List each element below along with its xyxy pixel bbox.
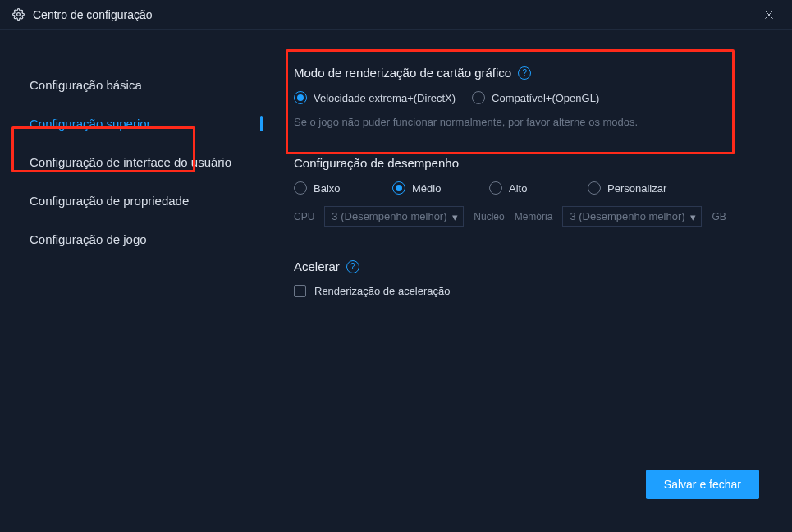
radio-circle-icon <box>294 181 307 195</box>
content-area: Modo de renderização de cartão gráfico ?… <box>263 30 792 532</box>
help-icon[interactable]: ? <box>518 66 531 80</box>
dropdown-value: 3 (Desempenho melhor) <box>332 210 446 222</box>
radio-label: Velocidade extrema+(DirectX) <box>314 92 456 104</box>
close-button[interactable] <box>758 3 781 26</box>
memory-dropdown[interactable]: 3 (Desempenho melhor) ▾ <box>562 206 702 227</box>
window-title: Centro de configuração <box>33 8 153 21</box>
radio-circle-icon <box>489 181 502 195</box>
performance-title: Configuração de desempenho <box>294 156 459 170</box>
radio-label: Personalizar <box>607 182 666 195</box>
radio-circle-icon <box>392 181 405 195</box>
svg-point-0 <box>16 13 20 16</box>
titlebar: Centro de configuração <box>0 0 792 30</box>
checkbox-icon <box>294 285 306 297</box>
radio-low[interactable]: Baixo <box>294 181 392 195</box>
sidebar-item-property[interactable]: Configuração de propriedade <box>0 181 263 220</box>
dropdown-value: 3 (Desempenho melhor) <box>570 210 684 222</box>
sidebar-item-superior[interactable]: Configuração superior <box>0 104 263 143</box>
radio-high[interactable]: Alto <box>489 181 588 195</box>
sidebar-item-interface[interactable]: Configuração de interface do usuário <box>0 143 263 181</box>
sidebar-item-basic[interactable]: Configuração básica <box>0 66 263 104</box>
accelerate-checkbox[interactable]: Renderização de aceleração <box>294 285 759 297</box>
performance-title-row: Configuração de desempenho <box>294 156 759 170</box>
radio-opengl[interactable]: Compatível+(OpenGL) <box>472 91 599 104</box>
save-and-close-button[interactable]: Salvar e fechar <box>646 470 759 499</box>
sidebar-item-game[interactable]: Configuração de jogo <box>0 220 263 259</box>
radio-label: Alto <box>509 182 527 195</box>
render-mode-title: Modo de renderização de cartão gráfico <box>294 66 511 80</box>
performance-options: Baixo Médio Alto Personalizar <box>294 181 759 195</box>
core-label: Núcleo <box>474 211 504 222</box>
radio-custom[interactable]: Personalizar <box>588 181 686 195</box>
radio-circle-icon <box>588 181 601 195</box>
render-mode-options: Velocidade extrema+(DirectX) Compatível+… <box>294 91 759 104</box>
section-accelerate: Acelerar ? Renderização de aceleração <box>294 259 759 297</box>
radio-directx[interactable]: Velocidade extrema+(DirectX) <box>294 91 456 104</box>
section-render-mode: Modo de renderização de cartão gráfico ?… <box>294 66 759 128</box>
chevron-down-icon: ▾ <box>452 210 458 222</box>
checkbox-label: Renderização de aceleração <box>314 285 451 297</box>
radio-label: Baixo <box>314 182 341 195</box>
render-mode-title-row: Modo de renderização de cartão gráfico ? <box>294 66 759 80</box>
radio-label: Compatível+(OpenGL) <box>492 92 599 104</box>
accelerate-title: Acelerar <box>294 259 340 273</box>
memory-label: Memória <box>515 211 553 222</box>
gear-icon <box>11 8 25 21</box>
sidebar: Configuração básica Configuração superio… <box>0 30 263 532</box>
accelerate-title-row: Acelerar ? <box>294 259 759 273</box>
chevron-down-icon: ▾ <box>690 210 696 222</box>
performance-detail-row: CPU 3 (Desempenho melhor) ▾ Núcleo Memór… <box>294 206 759 227</box>
radio-circle-icon <box>472 91 485 104</box>
memory-unit: GB <box>712 211 726 222</box>
radio-medium[interactable]: Médio <box>392 181 491 195</box>
radio-label: Médio <box>412 182 441 195</box>
render-mode-hint: Se o jogo não puder funcionar normalment… <box>294 116 759 128</box>
radio-circle-icon <box>294 91 307 104</box>
section-performance: Configuração de desempenho Baixo Médio A… <box>294 156 759 227</box>
cpu-dropdown[interactable]: 3 (Desempenho melhor) ▾ <box>324 206 464 227</box>
help-icon[interactable]: ? <box>346 260 359 273</box>
cpu-label: CPU <box>294 211 314 222</box>
